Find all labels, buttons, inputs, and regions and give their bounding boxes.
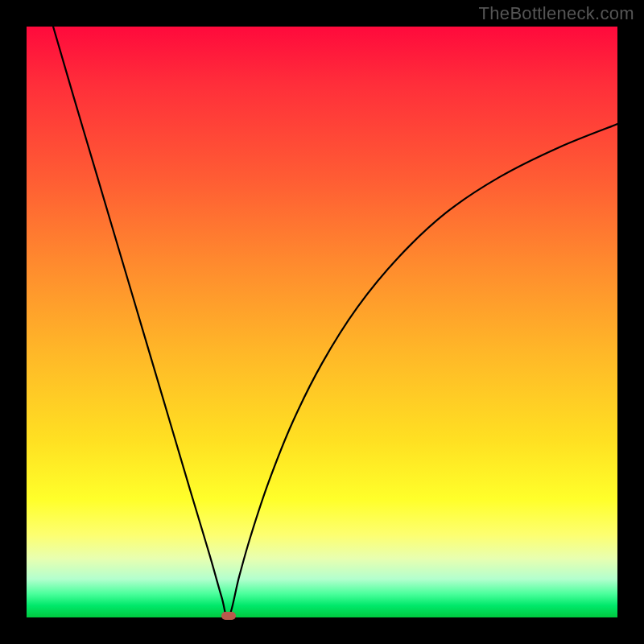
vertex-marker [221,612,236,620]
plot-area [27,27,617,617]
watermark-text: TheBottleneck.com [479,3,634,24]
bottleneck-curve [27,27,617,617]
chart-frame: TheBottleneck.com [0,0,644,644]
